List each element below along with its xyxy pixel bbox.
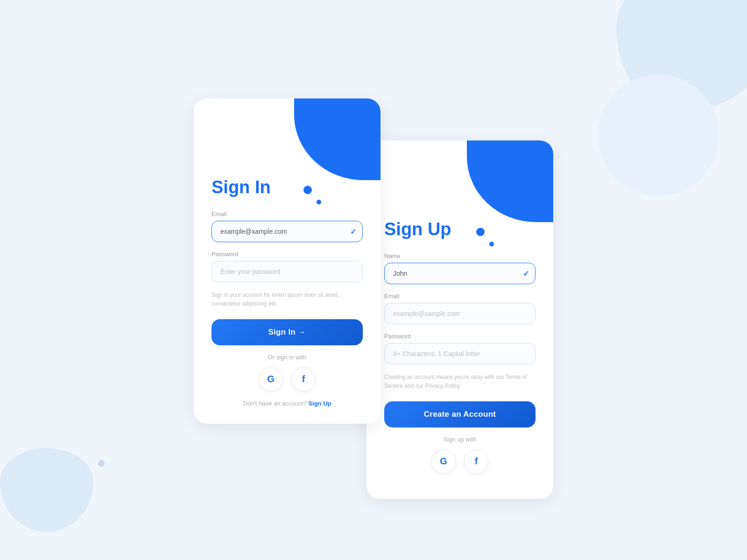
signin-signup-link[interactable]: Sign Up [308,400,331,407]
bg-blob-bottom-left [0,448,93,532]
signin-google-button[interactable]: G [259,367,283,392]
signin-social-divider: Or sign in with [211,354,363,361]
signup-facebook-button[interactable]: f [464,449,488,474]
signup-helper-text: Creating an account means you're okay wi… [384,373,536,391]
signin-password-group: Password [211,251,363,282]
cards-wrapper: Sign In Email ✓ Password Sign in your ac… [194,61,553,498]
signup-blob-area [366,140,553,201]
signup-social-buttons: G f [384,449,536,474]
signin-bottom-link: Don't have an account? Sign Up [211,400,363,407]
signin-password-input[interactable] [211,261,363,282]
signup-name-label: Name [384,252,536,259]
signin-title: Sign In [211,173,363,197]
signup-password-wrapper [384,343,536,364]
signin-submit-button[interactable]: Sign In → [211,319,363,345]
signup-password-label: Password [384,333,536,340]
signup-email-label: Email [384,293,536,300]
signup-google-button[interactable]: G [431,449,456,474]
signin-card: Sign In Email ✓ Password Sign in your ac… [194,98,381,423]
signin-email-label: Email [211,210,363,217]
signin-password-label: Password [211,251,363,258]
signin-password-wrapper [211,261,363,282]
signin-blob-area [194,98,381,159]
signup-email-wrapper [384,303,536,324]
bg-dot-left [98,460,105,467]
signup-name-wrapper: ✓ [384,263,536,284]
signup-email-group: Email [384,293,536,324]
signup-social-divider: Sign up with [384,436,536,443]
signin-email-wrapper: ✓ [211,221,363,242]
signin-bottom-text: Don't have an account? [243,400,307,407]
signup-title: Sign Up [384,215,536,239]
signup-submit-button[interactable]: Create an Account [384,401,536,427]
signup-name-input[interactable] [384,263,536,284]
signup-card-body: Sign Up Name ✓ Email Password [366,201,553,498]
signup-card: Sign Up Name ✓ Email Password [366,140,553,498]
signup-password-input[interactable] [384,343,536,364]
signup-name-check-icon: ✓ [523,269,529,278]
signin-email-group: Email ✓ [211,210,363,242]
signin-card-body: Sign In Email ✓ Password Sign in your ac… [194,159,381,423]
signin-facebook-button[interactable]: f [291,367,316,392]
signin-social-buttons: G f [211,367,363,392]
signin-email-check-icon: ✓ [350,227,356,236]
signin-helper-text: Sign in your account for lorem ipsum dol… [211,291,363,308]
signup-email-input[interactable] [384,303,536,324]
signin-email-input[interactable] [211,221,363,242]
signup-name-group: Name ✓ [384,252,536,284]
bg-blob-right-mid [598,75,719,196]
signup-password-group: Password [384,333,536,364]
bg-blob-top-right [616,0,747,112]
